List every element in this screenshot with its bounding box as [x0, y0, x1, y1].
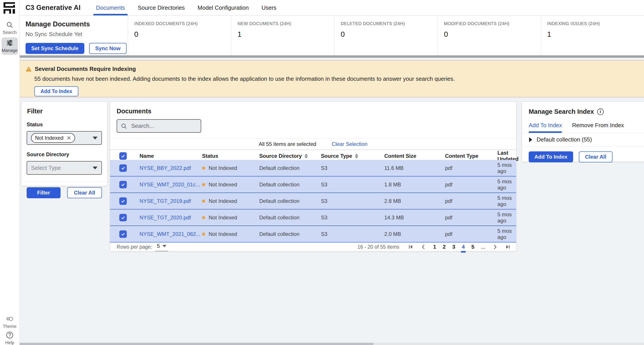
add-to-index-button[interactable]: Add To Index: [529, 152, 573, 162]
stat-label: INDEXING ISSUES (24H): [547, 21, 644, 26]
sidebar-theme-label: Theme: [3, 324, 16, 329]
select-all-checkbox[interactable]: [119, 152, 127, 160]
nav-tab-documents[interactable]: Documents: [95, 0, 126, 16]
nav-tab-source-directories[interactable]: Source Directories: [137, 0, 186, 16]
last-updated-cell: 5 mos ago: [494, 195, 516, 207]
page-button-4-active[interactable]: 4: [462, 244, 464, 250]
status-dot: [202, 200, 205, 203]
next-page-button[interactable]: [492, 244, 498, 250]
table-row[interactable]: NYSE_WMT_2020_01c... Not Indexed Default…: [110, 176, 516, 193]
page-horizontal-scrollbar[interactable]: [0, 343, 644, 345]
row-checkbox[interactable]: [119, 164, 127, 172]
search-input[interactable]: [131, 122, 197, 130]
row-checkbox[interactable]: [119, 230, 127, 238]
table-row[interactable]: NYSE_TGT_2019.pdf Not Indexed Default co…: [110, 193, 516, 210]
left-rail: Search Manage Theme Help: [0, 0, 20, 345]
tab-add-to-index[interactable]: Add To Index: [529, 122, 562, 133]
scrollbar-thumb[interactable]: [0, 343, 374, 345]
sidebar-help-label: Help: [5, 340, 14, 345]
document-name-link[interactable]: NYSE_BBY_2022.pdf: [136, 165, 198, 171]
indexing-warning-banner: Several Documents Require Indexing 55 do…: [20, 60, 644, 97]
filter-clear-all-button[interactable]: Clear All: [67, 187, 102, 198]
page-button-1[interactable]: 1: [433, 244, 436, 250]
filter-apply-button[interactable]: Filter: [27, 187, 60, 198]
chip-remove-icon[interactable]: ✕: [66, 135, 71, 141]
content-size-cell: 11.6 MB: [381, 165, 442, 171]
set-sync-schedule-button[interactable]: Set Sync Schedule: [26, 43, 84, 54]
chevron-down-icon: [162, 245, 166, 247]
tab-remove-from-index[interactable]: Remove From Index: [572, 122, 624, 133]
chevron-down-icon: [93, 137, 98, 140]
page-button-3[interactable]: 3: [452, 244, 455, 250]
status-text: Not Indexed: [209, 182, 237, 188]
rows-per-page-select[interactable]: 5: [155, 242, 168, 251]
check-icon: [120, 166, 126, 170]
status-filter-select[interactable]: Not Indexed ✕: [27, 131, 102, 145]
row-checkbox[interactable]: [119, 197, 127, 205]
banner-add-to-index-button[interactable]: Add To Index: [34, 86, 78, 96]
source-type-cell: S3: [318, 214, 381, 221]
main-nav: Documents Source Directories Model Confi…: [95, 0, 277, 16]
column-header-status[interactable]: Status: [198, 153, 256, 159]
collection-expander[interactable]: Default collection (55): [522, 133, 644, 146]
column-header-content-type[interactable]: Content Type: [442, 153, 494, 159]
source-directory-cell: Default collection: [256, 214, 318, 221]
content-size-cell: 14.3 MB: [381, 214, 442, 221]
clear-selection-link[interactable]: Clear Selection: [332, 141, 368, 147]
sidebar-item-help[interactable]: Help: [2, 330, 18, 345]
previous-page-button[interactable]: [420, 244, 426, 250]
document-name-link[interactable]: NYSE_WMT_2020_01c...: [136, 182, 198, 188]
sliders-icon: [6, 39, 14, 47]
nav-tab-users[interactable]: Users: [260, 0, 277, 16]
stat-label: DELETED DOCUMENTS (24H): [341, 21, 438, 26]
filter-title: Filter: [21, 102, 107, 115]
column-header-source-type[interactable]: Source Type: [318, 153, 381, 159]
row-checkbox[interactable]: [119, 214, 127, 221]
page-button-2[interactable]: 2: [443, 244, 446, 250]
index-clear-all-button[interactable]: Clear All: [579, 152, 612, 162]
stat-value: 0: [444, 30, 541, 38]
content-type-cell: pdf: [442, 198, 494, 204]
sort-icon[interactable]: [304, 154, 308, 158]
sidebar-item-manage[interactable]: Manage: [2, 38, 18, 55]
table-row[interactable]: NYSE_BBY_2022.pdf Not Indexed Default co…: [110, 160, 516, 176]
first-page-button[interactable]: [408, 244, 414, 250]
status-dot: [202, 232, 205, 236]
source-directory-placeholder: Select Type: [31, 164, 61, 172]
search-icon: [120, 123, 127, 130]
sidebar-item-theme[interactable]: Theme: [2, 313, 18, 331]
theme-icon: [6, 315, 14, 322]
info-icon[interactable]: i: [597, 108, 604, 115]
check-icon: [120, 215, 126, 220]
page-title: Manage Documents: [26, 20, 128, 28]
column-header-name[interactable]: Name: [136, 153, 198, 159]
column-header-source-directory[interactable]: Source Directory: [256, 153, 318, 159]
column-header-label: Source Type: [321, 153, 352, 159]
top-header: C3 Generative AI Documents Source Direct…: [20, 0, 644, 16]
horizontal-scrollbar[interactable]: [20, 55, 644, 58]
sidebar-item-search[interactable]: Search: [2, 19, 18, 37]
manage-search-index-title: Manage Search Index: [529, 108, 594, 115]
document-name-link[interactable]: NYSE_TGT_2019.pdf: [136, 198, 198, 204]
status-dot: [202, 183, 205, 186]
column-header-content-size[interactable]: Content Size: [381, 153, 442, 159]
row-checkbox[interactable]: [119, 181, 127, 188]
nav-tab-model-configuration[interactable]: Model Configuration: [197, 0, 250, 16]
document-name-link[interactable]: NYSE_WMT_2021_062...: [136, 231, 198, 237]
source-type-cell: S3: [318, 231, 381, 237]
filter-panel: Filter Status Not Indexed ✕ Source Direc…: [21, 102, 107, 186]
last-page-button[interactable]: [505, 244, 511, 250]
sidebar-manage-label: Manage: [2, 48, 18, 53]
sort-icon[interactable]: [355, 154, 358, 158]
document-name-link[interactable]: NYSE_TGT_2020.pdf: [136, 214, 198, 221]
table-row[interactable]: NYSE_TGT_2020.pdf Not Indexed Default co…: [110, 210, 516, 226]
source-directory-select[interactable]: Select Type: [27, 161, 102, 175]
stat-label: INDEXED DOCUMENTS (24H): [134, 21, 231, 26]
sync-now-button[interactable]: Sync Now: [89, 43, 127, 54]
warning-icon: [26, 66, 32, 72]
table-row[interactable]: NYSE_WMT_2021_062... Not Indexed Default…: [110, 226, 516, 242]
page-button-5[interactable]: 5: [472, 244, 474, 250]
documents-search[interactable]: [117, 119, 201, 133]
manage-search-index-panel: Manage Search Index i Add To Index Remov…: [522, 102, 644, 162]
stat-value: 0: [134, 30, 231, 38]
